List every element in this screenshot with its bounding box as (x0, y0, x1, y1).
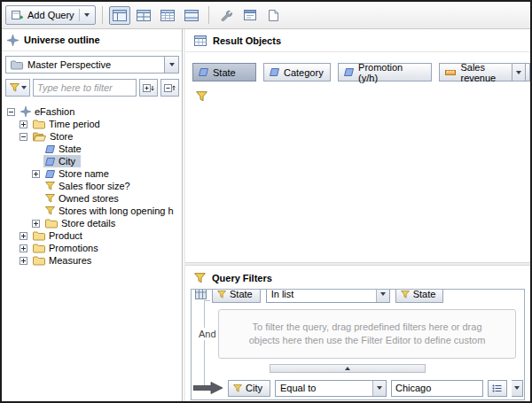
drop-hint-line2: objects here then use the Filter Editor … (249, 334, 486, 347)
universe-outline-header: Universe outline (2, 29, 182, 51)
expand-expander-icon[interactable] (20, 120, 27, 128)
collapse-expander-icon[interactable] (20, 133, 27, 141)
filter-row-city: City Equal to (193, 379, 523, 397)
tree-item-state[interactable]: State (2, 143, 182, 155)
view-split-horizontal-button[interactable] (181, 6, 202, 25)
filter-object-chip-state[interactable]: State (212, 289, 261, 303)
properties-button[interactable] (239, 6, 261, 25)
universe-outline-icon (7, 35, 19, 46)
caret-down-icon (372, 381, 386, 396)
add-query-button[interactable]: Add Query (5, 5, 96, 25)
funnel-icon (217, 291, 226, 298)
scroll-up-button[interactable] (270, 364, 426, 373)
tree-item-store[interactable]: Store (2, 130, 182, 143)
toolbar: Add Query (2, 2, 530, 29)
filter-menu-button[interactable] (5, 79, 30, 97)
collapse-expander-icon[interactable] (7, 108, 15, 116)
result-pill-state[interactable]: State (192, 63, 256, 81)
tree-item-label: Store name (59, 168, 109, 179)
value-list-caret-button[interactable] (512, 380, 523, 397)
folder-open-icon (33, 132, 46, 142)
chip-label: City (246, 383, 262, 393)
filter-value-input[interactable] (391, 380, 483, 397)
tree-item-efashion[interactable]: eFashion (2, 105, 182, 118)
view-grid-button[interactable] (133, 6, 154, 25)
toolbar-separator (102, 6, 103, 24)
result-objects-list: State Category Promotion (y/h) Sales rev… (192, 63, 530, 81)
operator-select-city[interactable]: Equal to (275, 380, 387, 397)
perspective-select[interactable]: Master Perspective (5, 56, 179, 74)
caret-down-icon (84, 13, 90, 17)
dimension-icon (45, 170, 55, 178)
filter-grid-icon (195, 289, 207, 299)
value-list-button[interactable] (488, 380, 507, 397)
tree-item-time-period[interactable]: Time period (2, 118, 182, 130)
view-table-button[interactable] (157, 6, 178, 25)
tree-item-stores-long-opening[interactable]: Stores with long opening h (2, 205, 182, 217)
horizontal-splitter[interactable] (185, 262, 530, 266)
pill-label: Category (284, 67, 324, 78)
document-icon (269, 10, 278, 21)
expand-expander-icon[interactable] (20, 232, 27, 240)
tree-item-label: Sales floor size? (59, 181, 130, 191)
query-filters-area: State In list State And To filter the qu… (191, 289, 525, 400)
chip-label: State (413, 289, 436, 299)
tree-item-store-name[interactable]: Store name (2, 167, 182, 180)
tree-item-store-details[interactable]: Store details (2, 217, 182, 229)
folder-icon (33, 256, 45, 266)
expand-expander-icon[interactable] (20, 257, 27, 265)
query-panel-window: Add Query (0, 0, 532, 403)
collapse-all-button[interactable] (160, 79, 179, 97)
view-split-vertical-icon (113, 10, 127, 21)
query-filters-header: Query Filters (185, 268, 530, 288)
funnel-icon (45, 194, 55, 203)
tree-item-measures[interactable]: Measures (2, 254, 182, 267)
universe-tree: eFashion Time period Store State Cit (2, 105, 182, 267)
expand-expander-icon[interactable] (32, 220, 40, 228)
perspective-value: Master Perspective (27, 59, 111, 70)
filter-object-chip-city[interactable]: City (228, 380, 270, 397)
selected-tree-item[interactable]: City (43, 155, 81, 167)
tree-item-label: Owned stores (59, 193, 119, 204)
add-query-divider (79, 9, 80, 21)
tree-item-city[interactable]: City (2, 155, 182, 167)
filter-drop-zone[interactable]: To filter the query, drag predefined fil… (218, 309, 516, 359)
dimension-icon (270, 68, 279, 76)
pills-scroll-down-button[interactable] (512, 63, 526, 81)
wrench-icon (220, 9, 232, 21)
tree-item-product[interactable]: Product (2, 229, 182, 242)
expand-all-button[interactable] (139, 79, 158, 97)
expand-expander-icon[interactable] (20, 244, 27, 252)
dimension-icon (45, 145, 55, 153)
dimension-icon (199, 68, 208, 76)
operand-object-chip-state[interactable]: State (395, 289, 444, 303)
folder-icon (33, 244, 45, 253)
query-workspace: Result Objects State Category Promotion … (185, 29, 530, 401)
expand-expander-icon[interactable] (32, 170, 40, 178)
tree-item-label: Product (49, 230, 82, 241)
and-operator-label[interactable]: And (196, 328, 219, 340)
result-pill-promotion[interactable]: Promotion (y/h) (338, 63, 432, 81)
tree-item-label: Store (50, 131, 73, 142)
operator-select-state[interactable]: In list (266, 289, 390, 303)
caret-down-icon (514, 386, 520, 390)
filter-icon (196, 91, 207, 102)
and-bracket (204, 300, 210, 389)
caret-down-icon (516, 71, 521, 74)
tree-filter-input[interactable] (33, 79, 137, 97)
tree-item-owned-stores[interactable]: Owned stores (2, 192, 182, 205)
tools-button[interactable] (215, 6, 237, 25)
tree-item-sales-floor-size[interactable]: Sales floor size? (2, 180, 182, 192)
measure-icon (445, 69, 456, 76)
caret-down-icon (376, 289, 389, 302)
view-split-vertical-button[interactable] (109, 6, 130, 25)
universe-outline-panel: Universe outline Master Perspective (2, 29, 183, 401)
panel-title: Universe outline (24, 35, 100, 45)
add-query-icon (12, 10, 23, 20)
annotation-arrow (193, 381, 223, 395)
tree-item-promotions[interactable]: Promotions (2, 242, 182, 254)
dimension-icon (45, 158, 55, 166)
document-button[interactable] (263, 6, 285, 25)
expand-all-icon (143, 83, 154, 93)
result-pill-category[interactable]: Category (263, 63, 331, 81)
